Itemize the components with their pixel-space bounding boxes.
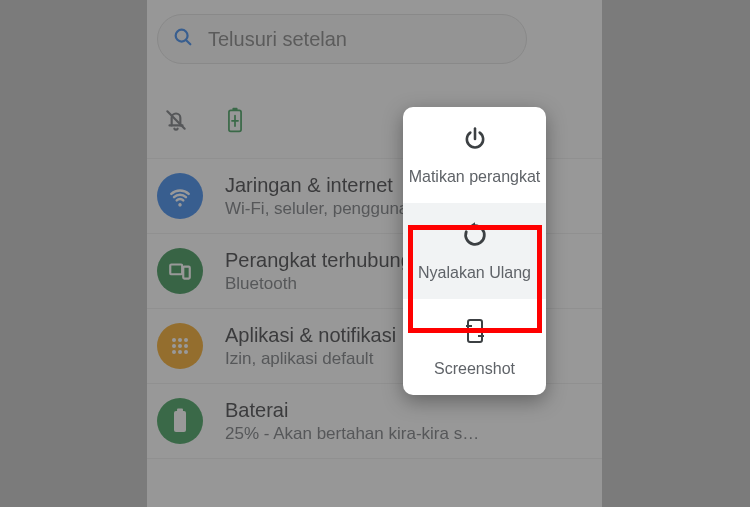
modal-scrim[interactable] [0, 0, 750, 507]
power-menu-restart[interactable]: Nyalakan Ulang [403, 203, 546, 299]
power-icon [461, 125, 489, 157]
power-menu: Matikan perangkat Nyalakan Ulang Screens… [403, 107, 546, 395]
screenshot-label: Screenshot [434, 359, 515, 379]
power-menu-power-off[interactable]: Matikan perangkat [403, 107, 546, 203]
restart-label: Nyalakan Ulang [418, 263, 531, 283]
restart-icon [461, 221, 489, 253]
screenshot-icon [463, 317, 487, 349]
power-menu-screenshot[interactable]: Screenshot [403, 299, 546, 395]
svg-rect-21 [468, 320, 482, 342]
power-off-label: Matikan perangkat [409, 167, 541, 187]
